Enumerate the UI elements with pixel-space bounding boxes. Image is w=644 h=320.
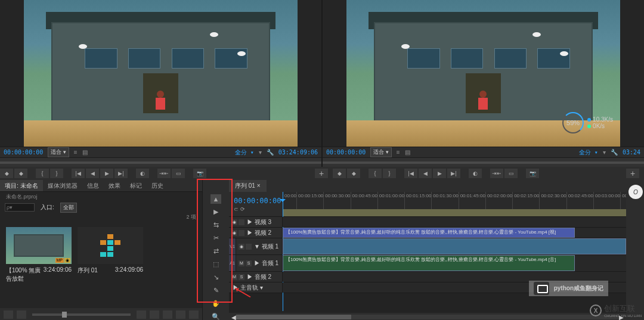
time-ruler[interactable]: 00:0000:00:15:0000:00:30:0000:00:45:0000… [283,192,626,216]
extract-button[interactable]: ▭ [504,169,518,178]
eye-toggle[interactable]: ◉ [231,219,237,225]
panel-knob-icon[interactable]: O [628,185,643,199]
source-transport: ◆ ◆ { } |◀ ◀ ▶ ▶| ◐ ⇥⇤ ▭ 📷 + [0,167,333,180]
output-icon[interactable]: ▾ [603,149,606,156]
thumb-size-slider[interactable] [32,313,131,316]
mark-in-button[interactable]: ◆ [333,169,346,178]
play-reverse-button[interactable]: ◀ [419,169,432,178]
track-select-tool[interactable]: ▶ [210,207,221,217]
list-view-icon[interactable] [4,310,13,319]
program-info-bar: 00:00:00:00 适合 ▾ ≡ ▤ 全分 ▾ ▾ 🔧 03:24 [323,147,644,157]
slide-tool[interactable]: ⬚ [210,260,221,269]
tab-media-browser[interactable]: 媒体浏览器 [43,180,82,191]
output-icon[interactable]: ▾ [259,149,262,156]
mark-in-button[interactable]: ◆ [0,169,13,178]
selection-tool[interactable]: ▲ [210,194,221,204]
v1-target[interactable]: V1 [229,238,236,254]
new-item-icon[interactable] [176,310,185,319]
settings-icon[interactable]: ≡ [397,149,400,156]
brand-logo-icon: X [590,305,602,316]
goto-out-button[interactable]: } [50,169,63,178]
program-viewer[interactable]: 59% 10.3K/s 0K/s [346,0,620,147]
loop-button[interactable]: ◐ [136,169,149,178]
timeline-timecode[interactable]: 00:00:00:00 [234,197,283,205]
find-icon[interactable] [150,310,159,319]
goto-out-button[interactable]: } [383,169,396,178]
zoom-tool[interactable]: 🔍 [210,312,221,320]
icon-view-icon[interactable] [17,310,26,319]
mute-toggle[interactable]: M [239,260,244,266]
sequence-tab[interactable]: 序列 01 × [229,180,267,192]
source-tc-out: 03:24:09:06 [278,149,318,156]
step-forward-button[interactable]: ▶| [114,169,128,178]
lock-toggle[interactable] [239,219,244,225]
program-zoom-select[interactable]: 适合 ▾ [370,147,392,157]
audio-clip[interactable]: 【100%無廣告放鬆音樂】背景音樂,純音樂,超好听的纯音乐欣赏 放鬆的音樂,,輕… [283,255,575,271]
video-clip[interactable] [283,238,626,254]
step-forward-button[interactable]: ▶| [447,169,460,178]
program-scrubber[interactable] [323,157,644,167]
timeline-h-scroll[interactable]: ◀▶ [229,313,626,320]
tab-history[interactable]: 历史 [147,180,168,191]
sort-icon[interactable] [137,310,146,319]
add-button[interactable]: + [626,169,639,178]
mark-out-button[interactable]: ◆ [14,169,27,178]
rate-stretch-tool[interactable]: ↘ [210,272,221,282]
bin-item-sequence[interactable]: 序列 013:24:09:06 [78,227,143,302]
goto-in-button[interactable]: { [369,169,382,178]
project-filename: 未命名.prproj [0,192,202,201]
export-frame-button[interactable]: 📷 [193,169,206,178]
overwrite-button[interactable]: ▭ [172,169,185,178]
export-frame-button[interactable]: 📷 [526,169,539,178]
slip-tool[interactable]: ⇄ [210,247,221,256]
new-bin-icon[interactable] [163,310,172,319]
settings-icon[interactable]: ≡ [74,149,78,156]
razor-tool[interactable]: ✂ [210,234,221,243]
safe-margins-icon[interactable]: ▤ [405,149,410,156]
eye-toggle[interactable]: ◉ [231,230,237,236]
play-button[interactable]: ▶ [433,169,446,178]
eye-toggle[interactable]: ◉ [239,244,244,250]
play-reverse-button[interactable]: ◀ [86,169,99,178]
bin-item-clip[interactable]: MP◉ 【100% 無廣告放鬆3:24:09:06 [6,227,72,302]
rate-down: 0K/s [587,123,613,129]
ripple-edit-tool[interactable]: ⇆ [210,220,221,230]
solo-toggle[interactable]: S [239,274,244,280]
mute-toggle[interactable]: M [231,274,237,280]
search-input[interactable] [5,203,35,212]
tab-info[interactable]: 信息 [82,180,104,191]
snap-toggle[interactable]: ⊂ ⟳ [234,206,283,212]
wrench-icon[interactable]: 🔧 [611,149,618,156]
loop-button[interactable]: ◐ [469,169,482,178]
a1-target[interactable]: A1 [229,255,236,271]
program-transport: ◆ ◆ { } |◀ ◀ ▶ ▶| ◐ ⇥⇤ ▭ 📷 + [333,167,644,180]
wrench-icon[interactable]: 🔧 [267,149,274,156]
lock-toggle[interactable] [246,244,252,250]
bin-name: 【100% 無廣告放鬆 [6,266,44,283]
filter-select[interactable]: 全部 [60,203,77,213]
pen-tool[interactable]: ✎ [210,285,221,295]
add-button[interactable]: + [315,169,328,178]
lock-toggle[interactable] [239,230,244,236]
video-clip[interactable]: 【100%無廣告放鬆音樂】背景音樂,純音樂,超好听的纯音乐欣赏 放鬆的音樂,,輕… [283,228,575,238]
solo-toggle[interactable]: S [246,260,252,266]
tab-effects[interactable]: 效果 [104,180,125,191]
step-back-button[interactable]: |◀ [72,169,85,178]
delete-icon[interactable] [189,310,199,319]
hand-tool[interactable]: ✋ [210,299,221,308]
source-zoom-select[interactable]: 适合 ▾ [48,147,69,157]
source-viewer[interactable] [24,0,298,147]
program-quality[interactable]: 全分 ▾ [579,148,598,157]
tab-markers[interactable]: 标记 [125,180,147,191]
project-panel: 项目: 未命名 媒体浏览器 信息 效果 标记 历史 未命名.prproj 入口:… [0,180,203,320]
tab-project[interactable]: 项目: 未命名 [0,180,43,191]
step-back-button[interactable]: |◀ [404,169,417,178]
insert-button[interactable]: ⇥⇤ [157,169,171,178]
source-scrubber[interactable] [0,157,321,167]
mark-out-button[interactable]: ◆ [347,169,360,178]
source-quality[interactable]: 全分 ▾ [235,148,254,157]
goto-in-button[interactable]: { [36,169,49,178]
safe-margins-icon[interactable]: ▤ [82,149,88,156]
play-button[interactable]: ▶ [100,169,113,178]
lift-button[interactable]: ⇥⇤ [490,169,503,178]
